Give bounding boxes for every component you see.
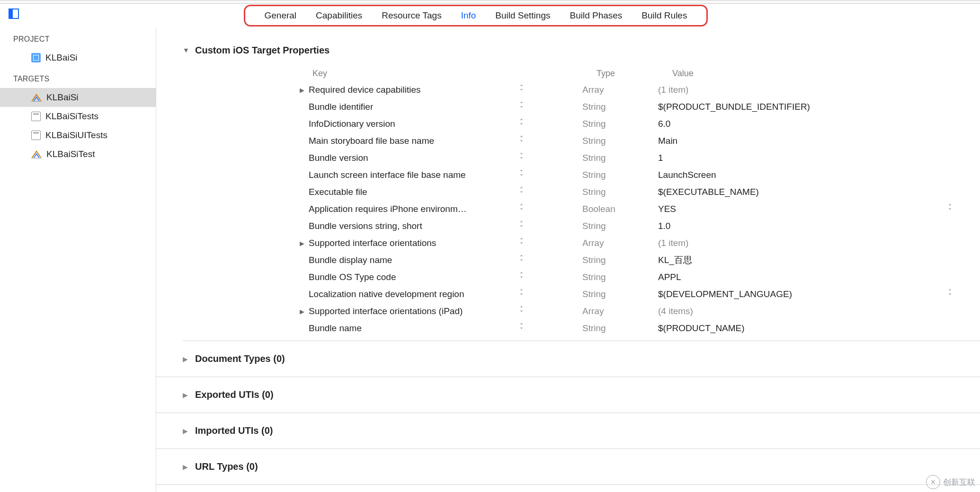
plist-value[interactable]: APPL: [658, 272, 980, 282]
plist-row[interactable]: ▶Supported interface orientations (iPad)…: [156, 303, 980, 320]
plist-value[interactable]: (1 item): [658, 238, 980, 248]
plist-row[interactable]: ▶Required device capabilities˄˅Array(1 i…: [156, 81, 980, 98]
sidebar-project-label: KLBaiSi: [45, 53, 78, 63]
disclosure-triangle-icon[interactable]: ▶: [298, 240, 306, 247]
stepper-icon[interactable]: ˄˅: [520, 239, 523, 247]
sidebar-target-row[interactable]: KLBaiSi: [0, 88, 156, 107]
sidebar-section-targets: TARGETS: [0, 67, 156, 88]
plist-value[interactable]: 1: [658, 153, 980, 163]
plist-section-title: Custom iOS Target Properties: [195, 45, 330, 56]
plist-row[interactable]: Launch screen interface file base name˄˅…: [156, 167, 980, 184]
plist-row[interactable]: Localization native development region˄˅…: [156, 286, 980, 303]
col-value: Value: [672, 69, 980, 79]
sidebar-project-row[interactable]: KLBaiSi: [0, 48, 156, 67]
plist-type: String: [582, 136, 658, 146]
plist-key: Required device capabilities: [309, 85, 517, 95]
disclosure-triangle-icon[interactable]: ▶: [183, 355, 189, 363]
navigator-panel-icon[interactable]: [9, 9, 19, 19]
stepper-icon[interactable]: ˄˅: [520, 324, 523, 333]
disclosure-triangle-icon[interactable]: ▶: [298, 87, 306, 94]
project-navigator: PROJECT KLBaiSi TARGETS KLBaiSiKLBaiSiTe…: [0, 27, 156, 492]
plist-row[interactable]: ▶Supported interface orientations˄˅Array…: [156, 235, 980, 252]
plist-value[interactable]: LaunchScreen: [658, 170, 980, 180]
sidebar-target-row[interactable]: KLBaiSiTest: [0, 145, 156, 164]
plist-row[interactable]: Bundle OS Type code˄˅StringAPPL: [156, 269, 980, 286]
tab-build-settings[interactable]: Build Settings: [490, 9, 555, 23]
top-toolbar-strip: [0, 0, 980, 4]
plist-type: Array: [582, 306, 658, 316]
plist-value[interactable]: (1 item): [658, 85, 980, 95]
disclosure-triangle-icon[interactable]: ▶: [183, 391, 189, 399]
collapsed-section-title: Document Types (0): [195, 353, 285, 364]
stepper-icon[interactable]: ˄˅: [520, 86, 523, 94]
disclosure-triangle-icon[interactable]: ▶: [298, 308, 306, 315]
disclosure-triangle-icon[interactable]: ▼: [183, 46, 189, 54]
plist-key: Bundle version: [309, 153, 517, 163]
plist-value[interactable]: $(DEVELOPMENT_LANGUAGE)˄˅: [658, 289, 980, 299]
tab-info[interactable]: Info: [456, 9, 481, 23]
plist-value[interactable]: 1.0: [658, 221, 980, 231]
stepper-icon[interactable]: ˄˅: [520, 188, 523, 196]
plist-section-header[interactable]: ▼ Custom iOS Target Properties: [156, 41, 980, 60]
plist-value[interactable]: KL_百思: [658, 254, 980, 266]
stepper-icon[interactable]: ˄˅: [520, 120, 523, 128]
stepper-icon[interactable]: ˄˅: [520, 273, 523, 281]
plist-key: Executable file: [309, 187, 517, 197]
plist-key: Main storyboard file base name: [309, 136, 517, 146]
stepper-icon[interactable]: ˄˅: [948, 290, 952, 299]
stepper-icon[interactable]: ˄˅: [520, 154, 523, 162]
plist-value[interactable]: (4 items): [658, 306, 980, 316]
stepper-icon[interactable]: ˄˅: [520, 171, 523, 179]
tab-build-rules[interactable]: Build Rules: [637, 9, 692, 23]
tab-resource-tags[interactable]: Resource Tags: [377, 9, 446, 23]
stepper-icon[interactable]: ˄˅: [520, 222, 523, 230]
stepper-icon[interactable]: ˄˅: [520, 290, 523, 299]
stepper-icon[interactable]: ˄˅: [948, 205, 952, 213]
sidebar-target-label: KLBaiSiTests: [45, 111, 98, 122]
editor-tabbar: GeneralCapabilitiesResource TagsInfoBuil…: [244, 5, 708, 26]
collapsed-section[interactable]: ▶Exported UTIs (0): [156, 377, 980, 413]
plist-value[interactable]: Main: [658, 136, 980, 146]
plist-row[interactable]: Bundle identifier˄˅String$(PRODUCT_BUNDL…: [156, 98, 980, 115]
plist-key: Localization native development region: [309, 289, 517, 299]
disclosure-triangle-icon[interactable]: ▶: [183, 427, 189, 435]
stepper-icon[interactable]: ˄˅: [520, 256, 523, 264]
plist-value[interactable]: YES˄˅: [658, 204, 980, 214]
stepper-icon[interactable]: ˄˅: [520, 307, 523, 316]
editor-main: ▼ Custom iOS Target Properties Key Type …: [156, 29, 980, 492]
collapsed-section[interactable]: ▶Imported UTIs (0): [156, 413, 980, 449]
plist-value[interactable]: $(PRODUCT_BUNDLE_IDENTIFIER): [658, 102, 980, 112]
plist-type: Boolean: [582, 204, 658, 214]
stepper-icon[interactable]: ˄˅: [520, 137, 523, 145]
stepper-icon[interactable]: ˄˅: [520, 205, 523, 213]
tab-general[interactable]: General: [259, 9, 301, 23]
plist-row[interactable]: Executable file˄˅String$(EXECUTABLE_NAME…: [156, 184, 980, 201]
plist-type: String: [582, 153, 658, 163]
plist-row[interactable]: Application requires iPhone environm…˄˅B…: [156, 201, 980, 218]
tab-build-phases[interactable]: Build Phases: [565, 9, 627, 23]
collapsed-section[interactable]: ▶URL Types (0): [156, 449, 980, 485]
plist-value[interactable]: $(EXECUTABLE_NAME): [658, 187, 980, 197]
collapsed-section[interactable]: ▶Document Types (0): [156, 341, 980, 377]
plist-value[interactable]: $(PRODUCT_NAME): [658, 323, 980, 334]
stepper-icon[interactable]: ˄˅: [520, 103, 523, 111]
sidebar-target-row[interactable]: KLBaiSiUITests: [0, 126, 156, 145]
disclosure-triangle-icon[interactable]: ▶: [183, 463, 189, 471]
tab-capabilities[interactable]: Capabilities: [311, 9, 367, 23]
collapsed-section-title: Exported UTIs (0): [195, 389, 274, 400]
plist-type: String: [582, 323, 658, 334]
plist-row[interactable]: Bundle version˄˅String1: [156, 149, 980, 167]
sidebar-target-label: KLBaiSi: [46, 92, 79, 103]
plist-row[interactable]: Bundle display name˄˅StringKL_百思: [156, 252, 980, 269]
plist-type: String: [582, 289, 658, 299]
collapsed-section-title: Imported UTIs (0): [195, 425, 273, 436]
sidebar-target-row[interactable]: KLBaiSiTests: [0, 107, 156, 126]
plist-value[interactable]: 6.0: [658, 119, 980, 129]
plist-row[interactable]: Main storyboard file base name˄˅StringMa…: [156, 132, 980, 149]
plist-row[interactable]: Bundle versions string, short˄˅String1.0: [156, 218, 980, 235]
plist-row[interactable]: InfoDictionary version˄˅String6.0: [156, 115, 980, 132]
plist-type: Array: [582, 85, 658, 95]
plist-row[interactable]: Bundle name˄˅String$(PRODUCT_NAME): [156, 320, 980, 337]
watermark-text: 创新互联: [943, 477, 975, 488]
plist-key: Bundle versions string, short: [309, 221, 517, 231]
